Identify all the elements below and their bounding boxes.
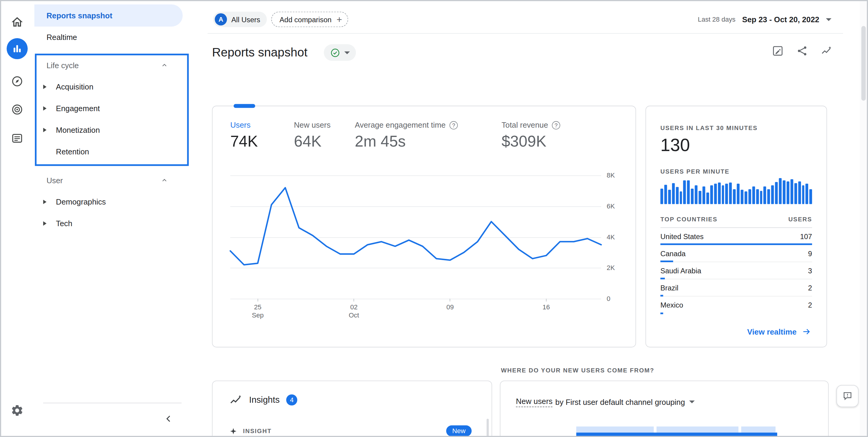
channel-bar bbox=[576, 433, 777, 437]
per-minute-bar bbox=[695, 185, 698, 204]
sidebar-item-realtime[interactable]: Realtime bbox=[34, 26, 183, 48]
chevron-up-icon bbox=[160, 176, 168, 184]
chevron-down-icon bbox=[344, 51, 350, 54]
help-icon[interactable]: ? bbox=[552, 121, 560, 129]
sidebar-item-reports-snapshot[interactable]: Reports snapshot bbox=[34, 4, 183, 27]
expand-triangle-icon[interactable] bbox=[43, 199, 46, 204]
library-list-icon bbox=[10, 132, 24, 145]
audience-chip-label: All Users bbox=[231, 15, 260, 24]
metric-tab-new-users[interactable]: New users 64K bbox=[294, 121, 331, 150]
per-minute-bar bbox=[737, 184, 740, 204]
reports-nav-button[interactable] bbox=[6, 38, 28, 60]
insights-button[interactable] bbox=[820, 44, 833, 57]
sidebar-item-demographics[interactable]: Demographics bbox=[34, 191, 183, 212]
per-minute-bar bbox=[798, 181, 801, 204]
add-comparison-label: Add comparison bbox=[280, 15, 332, 24]
per-minute-bar bbox=[783, 180, 785, 204]
users-last-30-label: USERS IN LAST 30 MINUTES bbox=[660, 124, 757, 131]
add-comparison-chip[interactable]: Add comparison + bbox=[271, 12, 348, 27]
expand-triangle-icon[interactable] bbox=[43, 221, 46, 226]
per-minute-bar bbox=[725, 184, 728, 204]
users-per-minute-label: USERS PER MINUTE bbox=[660, 168, 730, 175]
bar-chart-icon bbox=[11, 43, 24, 55]
insights-title: Insights bbox=[249, 395, 280, 405]
explore-nav-button[interactable] bbox=[6, 70, 28, 93]
share-report-button[interactable] bbox=[796, 44, 809, 57]
expand-triangle-icon[interactable] bbox=[43, 85, 46, 89]
customize-report-button[interactable] bbox=[771, 44, 784, 57]
country-users: 2 bbox=[808, 301, 812, 309]
country-name: Canada bbox=[660, 249, 686, 258]
selected-metric-indicator bbox=[234, 104, 255, 108]
new-users-heading: WHERE DO YOUR NEW USERS COME FROM? bbox=[501, 367, 654, 373]
per-minute-bar bbox=[683, 180, 686, 204]
page-title: Reports snapshot bbox=[212, 45, 307, 60]
country-users: 9 bbox=[808, 249, 812, 258]
expand-triangle-icon[interactable] bbox=[43, 128, 46, 132]
metric-label: New users bbox=[294, 121, 331, 129]
help-icon[interactable]: ? bbox=[449, 121, 458, 129]
per-minute-bar bbox=[756, 189, 758, 204]
section-label: User bbox=[34, 176, 63, 184]
per-minute-bar bbox=[710, 185, 713, 204]
per-minute-bar bbox=[676, 187, 678, 204]
country-users: 3 bbox=[808, 266, 812, 275]
sidebar-item-tech[interactable]: Tech bbox=[34, 212, 183, 234]
home-nav-button[interactable] bbox=[6, 11, 28, 33]
channel-bar-light bbox=[576, 427, 654, 433]
sidebar-item-retention[interactable]: Retention bbox=[34, 141, 183, 162]
collapse-sidebar-button[interactable] bbox=[162, 411, 176, 426]
sidebar-item-engagement[interactable]: Engagement bbox=[34, 97, 183, 119]
per-minute-bar bbox=[760, 191, 763, 204]
advertising-nav-button[interactable] bbox=[6, 99, 28, 121]
metric-tab-total-revenue[interactable]: Total revenue ? $309K bbox=[502, 121, 560, 150]
metric-selector-label: New users bbox=[516, 397, 553, 407]
sidebar-divider bbox=[43, 403, 182, 403]
per-minute-bar bbox=[767, 189, 770, 204]
per-minute-bar bbox=[687, 180, 690, 204]
x-axis-tick: 25Sep bbox=[252, 299, 264, 320]
insights-sparkline-icon bbox=[820, 45, 833, 57]
overview-card: Users 74K New users 64K Average engageme… bbox=[212, 106, 636, 347]
library-nav-button[interactable] bbox=[6, 127, 28, 149]
metric-tab-users[interactable]: Users 74K bbox=[230, 121, 258, 150]
topbar-divider bbox=[208, 33, 843, 34]
reports-selected-circle bbox=[7, 38, 28, 59]
per-minute-bar bbox=[771, 185, 774, 204]
insights-count-badge: 4 bbox=[286, 394, 297, 405]
per-minute-bar bbox=[722, 185, 724, 204]
sidebar-item-monetization[interactable]: Monetization bbox=[34, 119, 183, 141]
home-icon bbox=[10, 15, 24, 29]
channel-bar-light bbox=[741, 427, 775, 433]
view-realtime-link[interactable]: View realtime bbox=[747, 327, 812, 337]
date-range-picker[interactable]: Last 28 days Sep 23 - Oct 20, 2022 bbox=[698, 12, 832, 27]
metric-tab-avg-engagement-time[interactable]: Average engagement time ? 2m 45s bbox=[355, 121, 458, 150]
feedback-button[interactable] bbox=[836, 385, 859, 407]
per-minute-bar bbox=[790, 179, 793, 204]
insight-item[interactable]: INSIGHT New bbox=[229, 425, 472, 436]
insights-sparkline-icon bbox=[229, 394, 243, 407]
insights-scrollbar-thumb[interactable] bbox=[487, 419, 489, 437]
report-status-badge[interactable] bbox=[324, 44, 356, 61]
table-row: United States 107 bbox=[660, 228, 812, 245]
per-minute-bar bbox=[706, 193, 709, 204]
per-minute-bar bbox=[779, 178, 782, 204]
table-row: Mexico 2 bbox=[660, 296, 812, 313]
sidebar-item-label: Tech bbox=[34, 218, 72, 227]
per-minute-bar bbox=[775, 182, 778, 204]
sidebar-section-life-cycle[interactable]: Life cycle bbox=[34, 54, 183, 76]
report-toolbar bbox=[771, 44, 833, 57]
sidebar-section-user[interactable]: User bbox=[34, 169, 183, 191]
share-icon bbox=[796, 45, 808, 57]
channel-bar-chart-preview bbox=[500, 381, 828, 437]
admin-settings-button[interactable] bbox=[6, 399, 28, 422]
metric-label: Average engagement time bbox=[355, 121, 446, 129]
per-minute-bar bbox=[733, 189, 736, 204]
expand-triangle-icon[interactable] bbox=[43, 106, 46, 110]
date-preset-label: Last 28 days bbox=[698, 15, 736, 24]
all-users-chip[interactable]: A All Users bbox=[213, 12, 267, 27]
dimension-selector[interactable]: New users by First user default channel … bbox=[516, 397, 695, 407]
scrollbar-thumb[interactable] bbox=[861, 26, 866, 101]
sidebar-item-acquisition[interactable]: Acquisition bbox=[34, 76, 183, 97]
settings-gear-icon bbox=[10, 404, 24, 417]
